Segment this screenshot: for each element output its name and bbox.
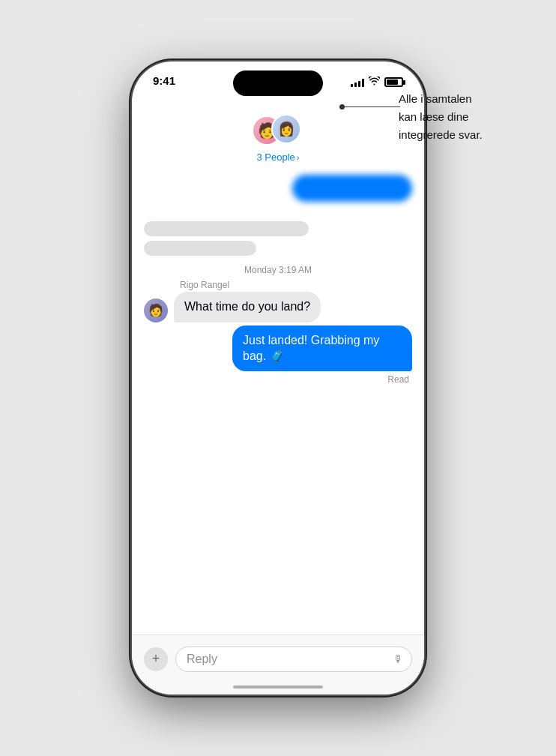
message-bubble-incoming: What time do you land? xyxy=(174,292,321,322)
phone-frame: 9:41 xyxy=(132,62,424,694)
read-status: Read xyxy=(144,374,409,385)
reply-placeholder: Reply xyxy=(187,652,217,666)
annotation-line2: kan læse dine xyxy=(399,110,468,123)
conversation-header[interactable]: 🧑 👩 3 People › xyxy=(132,102,424,169)
message-bubble-outgoing: Just landed! Grabbing my bag. 🧳 xyxy=(232,326,412,372)
sender-name: Rigo Rangel xyxy=(180,280,412,290)
avatar: 🧑 xyxy=(144,298,168,322)
blurred-text-section xyxy=(132,214,424,259)
table-row: 🧑 What time do you land? xyxy=(144,292,412,322)
annotation-connector xyxy=(340,106,400,107)
messages-area[interactable]: 🧑 👩 3 People › Monday 3:19 AM xyxy=(132,102,424,634)
annotation-line3: integrerede svar. xyxy=(399,128,483,141)
people-count: 3 People xyxy=(257,152,295,163)
status-icons xyxy=(351,76,403,88)
people-label[interactable]: 3 People › xyxy=(257,152,300,163)
add-button[interactable]: + xyxy=(144,647,168,671)
status-time: 9:41 xyxy=(153,75,175,86)
messages-list: Rigo Rangel 🧑 What time do you land? Jus… xyxy=(132,280,424,385)
wifi-icon xyxy=(369,76,380,88)
blurred-bubble-right-1 xyxy=(144,175,412,202)
reply-input[interactable]: Reply 🎙 xyxy=(175,646,412,672)
scene: 9:41 xyxy=(0,0,556,756)
table-row: Just landed! Grabbing my bag. 🧳 xyxy=(144,326,412,372)
microphone-icon[interactable]: 🎙 xyxy=(393,653,404,665)
avatars-group: 🧑 👩 xyxy=(252,114,304,147)
chevron-icon: › xyxy=(297,153,300,162)
blurred-messages xyxy=(132,169,424,214)
timestamp: Monday 3:19 AM xyxy=(132,265,424,275)
home-indicator xyxy=(233,686,323,688)
dynamic-island xyxy=(233,70,323,96)
signal-icon xyxy=(351,78,364,87)
avatar-person2: 👩 xyxy=(271,114,301,144)
battery-icon xyxy=(384,77,403,87)
